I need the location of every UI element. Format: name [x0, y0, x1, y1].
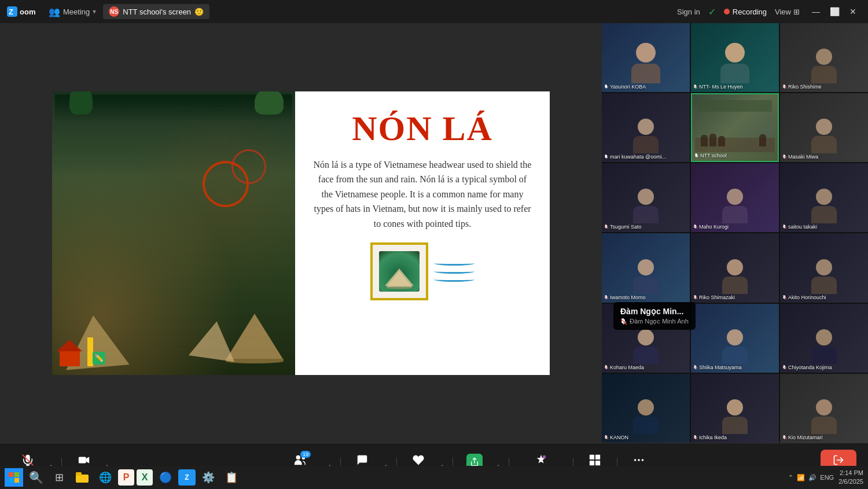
svg-rect-34: [9, 472, 13, 477]
wave-decoration: [434, 261, 475, 282]
slide-description: Nón lá is a type of Vietnamese headwear …: [312, 157, 532, 231]
taskbar-powerpoint[interactable]: P: [118, 469, 134, 486]
recording-dot: [724, 9, 730, 14]
ns-badge: NS: [109, 6, 119, 17]
recording-badge: Recording: [724, 8, 767, 16]
participant-tile[interactable]: Shiika Matsuyama: [691, 304, 779, 373]
svg-point-26: [543, 455, 546, 459]
svg-rect-37: [14, 478, 19, 483]
participant-tile-kanon[interactable]: KANON: [602, 374, 690, 443]
svg-rect-23: [78, 457, 86, 464]
slide-title: NÓN LÁ: [352, 109, 493, 149]
postcard-container: [370, 242, 475, 300]
window-controls: — ⬜ ✕: [808, 5, 861, 19]
svg-rect-39: [76, 472, 82, 476]
participant-tile[interactable]: Akito Horinouchi: [780, 233, 868, 302]
minimize-button[interactable]: —: [808, 5, 824, 19]
taskbar-right: ⌃ 📶 🔊 ENG 2:14 PM 2/6/2025: [788, 469, 863, 487]
participant-tile[interactable]: Tsugumi Sato: [602, 163, 690, 232]
participant-tile[interactable]: Ichika Ikeda: [691, 374, 779, 443]
system-tray: ⌃ 📶 🔊 ENG: [788, 474, 834, 481]
participant-tile[interactable]: NTT- Ms Le Huyen: [691, 23, 779, 92]
postcard-image: [370, 242, 428, 300]
svg-point-24: [296, 455, 300, 459]
taskbar-task-view[interactable]: ⊞: [49, 467, 69, 488]
svg-rect-28: [595, 455, 600, 459]
start-button[interactable]: [5, 468, 23, 487]
taskbar-app-extra[interactable]: 📋: [221, 467, 242, 488]
maximize-button[interactable]: ⬜: [826, 5, 843, 19]
presentation-area: ✏️ NÓN LÁ Nón lá is a type of Vietnamese…: [0, 23, 602, 443]
taskbar-file-explorer[interactable]: [72, 467, 93, 488]
volume-icon[interactable]: 🔊: [808, 474, 816, 481]
main-content: ✏️ NÓN LÁ Nón lá is a type of Vietnamese…: [0, 23, 868, 443]
svg-rect-35: [14, 472, 19, 477]
slide-container: ✏️ NÓN LÁ Nón lá is a type of Vietnamese…: [52, 91, 550, 375]
participant-tile[interactable]: Riko Shishime: [780, 23, 868, 92]
taskbar-zoom[interactable]: Z: [178, 469, 196, 486]
taskbar-clock[interactable]: 2:14 PM 2/6/2025: [838, 469, 863, 487]
chevron-icon[interactable]: ⌃: [788, 474, 793, 481]
taskbar-excel[interactable]: X: [137, 469, 153, 486]
participant-tile[interactable]: Masaki Miwa: [780, 93, 868, 162]
pencil-icon[interactable]: ✏️: [93, 352, 105, 365]
slide-background-photo: [52, 91, 295, 375]
svg-point-33: [642, 459, 644, 461]
taskbar-search[interactable]: 🔍: [25, 467, 46, 488]
participant-tile[interactable]: Kio Mizutamari: [780, 374, 868, 443]
shield-icon: ✓: [708, 6, 716, 17]
participants-count-badge: 19: [300, 451, 311, 458]
svg-rect-30: [595, 461, 600, 465]
tooltip-sub: Đàm Ngọc Minh Anh: [620, 318, 689, 325]
slide-content-right: NÓN LÁ Nón lá is a type of Vietnamese he…: [295, 91, 550, 375]
view-button[interactable]: View ⊞: [775, 8, 800, 16]
participant-tile[interactable]: Iwamoto Momo: [602, 233, 690, 302]
tooltip-name: Đàm Ngọc Min...: [620, 307, 689, 316]
participant-tooltip: Đàm Ngọc Min... Đàm Ngọc Minh Anh: [613, 302, 696, 330]
participant-tile[interactable]: Maho Kurogi: [691, 163, 779, 232]
zoom-logo[interactable]: Z oom Zoom Workplace: [7, 5, 42, 18]
network-icon: 📶: [797, 474, 805, 481]
svg-rect-27: [590, 455, 594, 459]
svg-rect-38: [76, 475, 89, 483]
slide-photo-left: ✏️: [52, 91, 295, 375]
taskbar-settings[interactable]: ⚙️: [198, 467, 219, 488]
taskbar-edge[interactable]: 🌐: [95, 467, 116, 488]
emoji-btn[interactable]: 🙂: [194, 8, 204, 16]
close-button[interactable]: ✕: [845, 5, 861, 19]
meeting-badge: 👥 Meeting ▾: [49, 6, 96, 17]
svg-text:oom: oom: [20, 8, 35, 16]
screen-sharing-tab[interactable]: NS NTT school's screen 🙂: [103, 4, 209, 19]
participant-grid: Yasunori KOBA NTT- Ms Le Huyen Riko Shis…: [602, 23, 868, 443]
participant-tile[interactable]: mari kuwahata @oomi...: [602, 93, 690, 162]
language-indicator[interactable]: ENG: [820, 474, 834, 481]
mic-icon-tooltip: [620, 318, 627, 325]
taskbar-chrome[interactable]: 🔵: [155, 467, 176, 488]
sign-in-button[interactable]: Sign in: [677, 8, 700, 16]
svg-text:Z: Z: [9, 8, 13, 16]
titlebar: Z oom Zoom Workplace 👥 Meeting ▾ NS NTT …: [0, 0, 868, 23]
participant-tile[interactable]: Riko Shimazaki: [691, 233, 779, 302]
participant-tile[interactable]: saitou takaki: [780, 163, 868, 232]
participant-tile[interactable]: Chiyotanda Kojima: [780, 304, 868, 373]
dropdown-icon[interactable]: ▾: [93, 8, 96, 16]
svg-point-32: [638, 459, 640, 461]
hat-photo: [379, 251, 420, 292]
svg-rect-36: [9, 478, 13, 483]
participant-tile[interactable]: Yasunori KOBA: [602, 23, 690, 92]
titlebar-right: Sign in ✓ Recording View ⊞ — ⬜ ✕: [677, 5, 861, 19]
svg-point-31: [634, 459, 637, 461]
svg-rect-29: [590, 461, 594, 465]
taskbar-time: 2:14 PM: [838, 469, 863, 477]
participant-tile-ntt-school[interactable]: NTT school: [691, 93, 779, 162]
taskbar: 🔍 ⊞ 🌐 P X 🔵 Z ⚙️ 📋 ⌃ 📶 🔊 ENG 2:14 PM 2/6…: [0, 466, 868, 489]
taskbar-date: 2/6/2025: [838, 477, 863, 486]
